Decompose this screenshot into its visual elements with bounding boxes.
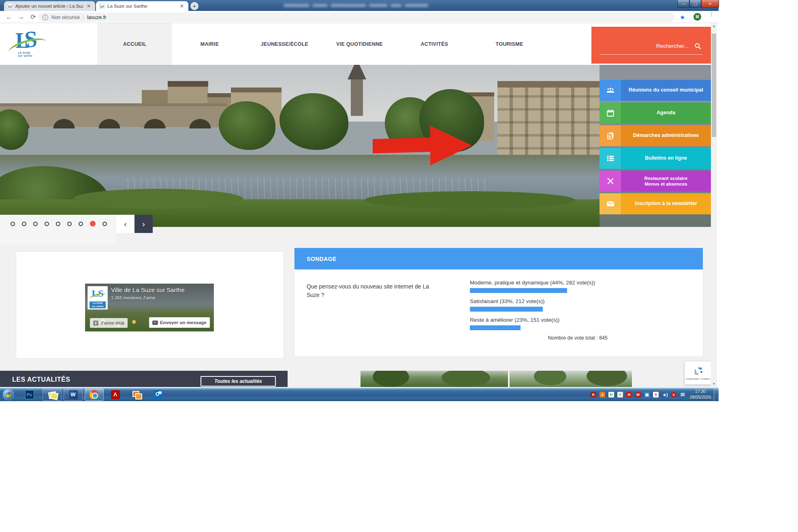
window-titlebar: Ls Ajouter un nouvel article ‹ La Suz ✕ … <box>0 0 719 11</box>
photo-blue-icon[interactable]: ▣ <box>644 392 650 397</box>
site-logo[interactable]: L S LA SUZEsur sarthe <box>11 26 59 63</box>
facebook-likes-count: 1 365 mentions J'aime <box>111 295 156 300</box>
carousel-prev-button[interactable]: ‹ <box>116 215 134 233</box>
window-controls: — ▢ ✕ <box>677 0 719 8</box>
java-icon[interactable]: J <box>600 392 605 397</box>
nav-item[interactable]: ACCUEIL <box>97 23 172 65</box>
menu-dots-icon[interactable]: ⋮ <box>709 13 713 15</box>
poll-option[interactable]: Reste à améliorer (23%, 151 vote(s)) <box>470 317 691 330</box>
profile-avatar[interactable]: M <box>693 13 701 21</box>
nav-item[interactable]: VIE QUOTIDIENNE <box>322 23 397 65</box>
close-button[interactable]: ✕ <box>701 0 719 8</box>
taskbar-photoshop[interactable]: Ps <box>20 389 39 401</box>
tab-close-icon[interactable]: ✕ <box>179 3 185 9</box>
poll-option[interactable]: Satisfaisant (33%, 212 vote(s)) <box>470 298 691 312</box>
internet-e-icon[interactable]: e <box>671 392 676 397</box>
poll-bar <box>470 325 521 330</box>
quicklink-label: Agenda <box>621 103 711 124</box>
carousel-dot[interactable] <box>102 222 107 226</box>
nav-item[interactable]: JEUNESSE/ÉCOLE <box>247 23 322 65</box>
forward-icon[interactable]: → <box>16 12 26 22</box>
back-icon[interactable]: ← <box>4 12 14 22</box>
list-icon <box>600 148 621 169</box>
helper-h-icon[interactable]: H <box>626 392 632 397</box>
quicklink-agenda[interactable]: Agenda <box>600 103 711 124</box>
new-tab-button[interactable]: + <box>190 2 198 10</box>
taskbar-photo-gallery[interactable] <box>127 389 146 401</box>
taskbar: Ps W Λ O K J ↻ × H M ▣ S ◄) e ⌧ 17:30 <box>0 388 719 401</box>
taskbar-outlook[interactable]: O <box>148 389 167 401</box>
recaptcha-terms[interactable]: Confidentialité - Conditions <box>686 378 711 380</box>
sync-s-icon[interactable]: S <box>653 392 659 397</box>
nav-item[interactable]: ACTIVITÉS <box>397 23 472 65</box>
scroll-down-icon[interactable]: ▼ <box>711 381 717 387</box>
quicklink-restaurant[interactable]: Restaurant scolaireMenus et absences <box>600 171 711 192</box>
kaspersky-icon[interactable]: K <box>591 392 596 397</box>
nav-item[interactable]: TOURISME <box>472 23 547 65</box>
show-desktop-button[interactable] <box>714 388 719 401</box>
poll-option[interactable]: Moderne, pratique et dynamique (44%, 282… <box>470 280 691 293</box>
calendar-icon <box>600 103 621 124</box>
minimize-button[interactable]: — <box>677 0 689 8</box>
poll-bar <box>470 307 543 312</box>
logo-caption: LA SUZEsur sarthe <box>18 51 32 57</box>
speaker-icon[interactable]: ◄) <box>662 392 668 397</box>
carousel-dot[interactable] <box>22 222 26 226</box>
notes-icon[interactable]: × <box>617 392 623 397</box>
site-favicon: Ls <box>99 3 105 9</box>
browser-tab-active[interactable]: Ls La Suze sur Sarthe ✕ <box>96 1 188 11</box>
info-icon[interactable]: i <box>43 15 48 20</box>
carousel-dot[interactable] <box>45 222 49 226</box>
quicklink-bulletins[interactable]: Bulletins en ligne <box>600 148 711 169</box>
taskbar-chrome[interactable] <box>85 389 104 401</box>
search-icon[interactable] <box>694 43 701 49</box>
carousel-next-button[interactable]: › <box>134 215 153 233</box>
quicklink-council[interactable]: Réunions du conseil municipal <box>600 80 711 101</box>
windows-start-button[interactable] <box>3 389 14 400</box>
taskbar-clock[interactable]: 17:30 28/05/2020 <box>688 389 713 400</box>
network-icon[interactable]: ⌧ <box>680 392 685 397</box>
quicklink-newsletter[interactable]: Inscription à la newsletter <box>600 193 711 214</box>
facebook-card: LS LA SUZEsur sarthe Ville de La Suze su… <box>16 252 284 358</box>
recaptcha-icon <box>693 366 704 376</box>
quicklink-demarches[interactable]: Démarches administratives <box>600 125 711 146</box>
facebook-like-button[interactable]: f J'aime déjà <box>90 318 128 328</box>
facebook-f-icon: f <box>93 320 98 326</box>
taskbar-photo-viewer[interactable] <box>43 389 62 401</box>
carousel-dot[interactable] <box>90 221 96 226</box>
envelope-icon <box>600 193 621 214</box>
carousel-dot[interactable] <box>79 222 83 226</box>
scroll-up-icon[interactable]: ▲ <box>711 23 717 29</box>
quicklink-label: Bulletins en ligne <box>621 148 711 169</box>
carousel-dots <box>11 221 107 226</box>
taskbar-acrobat[interactable]: Λ <box>106 389 125 401</box>
recaptcha-badge[interactable]: Confidentialité - Conditions <box>685 361 712 385</box>
carousel-dot[interactable] <box>11 222 15 226</box>
adobe-m-icon[interactable]: M <box>635 392 641 397</box>
carousel-dot[interactable] <box>33 222 38 226</box>
facebook-page-title[interactable]: Ville de La Suze sur Sarthe <box>111 286 185 293</box>
carousel-dot[interactable] <box>56 222 60 226</box>
reload-icon[interactable]: ⟳ <box>28 12 38 22</box>
browser-tab-inactive[interactable]: Ls Ajouter un nouvel article ‹ La Suz ✕ <box>4 1 95 11</box>
tab-title: Ajouter un nouvel article ‹ La Suz <box>15 4 83 9</box>
maximize-button[interactable]: ▢ <box>689 0 701 8</box>
address-bar[interactable]: i Non sécurisé lasuze.fr <box>38 13 674 22</box>
all-news-button[interactable]: Toutes les actualités <box>201 376 276 387</box>
tab-close-icon[interactable]: ✕ <box>85 3 92 9</box>
facebook-widget[interactable]: LS LA SUZEsur sarthe Ville de La Suze su… <box>85 284 214 331</box>
facebook-message-button[interactable]: Envoyer un message <box>149 317 210 328</box>
scrollbar-thumb[interactable] <box>712 34 716 137</box>
taskbar-word[interactable]: W <box>64 389 83 401</box>
search-box[interactable]: Rechercher... <box>591 27 711 64</box>
update-arrows-icon[interactable]: ↻ <box>608 392 614 397</box>
carousel-dot[interactable] <box>67 222 72 226</box>
scrollbar[interactable]: ▲ ▼ <box>711 23 717 387</box>
bookmark-star-icon[interactable]: ★ <box>680 14 685 21</box>
nav-item[interactable]: MAIRIE <box>172 23 247 65</box>
news-title: LES ACTUALITÉS <box>12 376 70 383</box>
poll-options: Moderne, pratique et dynamique (44%, 282… <box>470 280 691 335</box>
site-header: L S LA SUZEsur sarthe ACCUEIL MAIRIE JEU… <box>0 23 711 65</box>
browser-toolbar: ← → ⟳ i Non sécurisé lasuze.fr ★ M ⋮ <box>0 11 719 23</box>
main-nav: ACCUEIL MAIRIE JEUNESSE/ÉCOLE VIE QUOTID… <box>97 23 547 65</box>
